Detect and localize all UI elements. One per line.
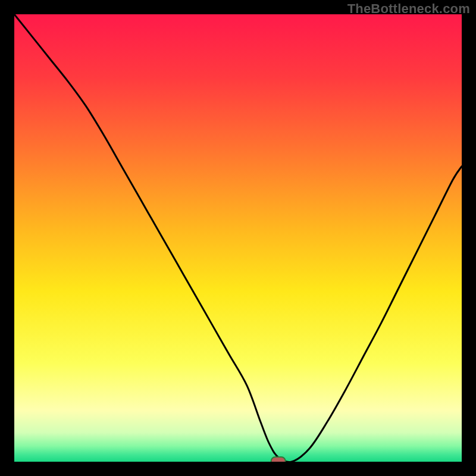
watermark-text: TheBottleneck.com (347, 1, 470, 17)
heat-background (14, 14, 462, 462)
bottleneck-chart (14, 14, 462, 462)
chart-frame: TheBottleneck.com (0, 0, 476, 476)
optimal-marker (271, 457, 286, 462)
